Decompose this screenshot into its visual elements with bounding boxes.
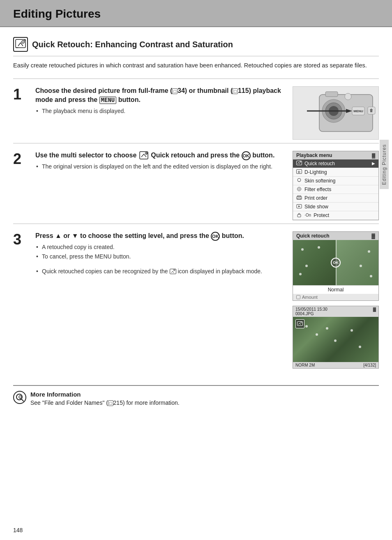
search-icon: Q <box>15 392 25 402</box>
menu-item-label: Slide show <box>304 204 328 210</box>
step-1-content: Choose the desired picture from full-fra… <box>35 86 285 140</box>
playback-filename: 0004.JPG <box>295 312 314 316</box>
battery-icon: ▓ <box>372 153 375 158</box>
menu-item-icon <box>296 161 303 166</box>
svg-rect-30 <box>297 295 300 299</box>
step-2: 2 Use the multi selector to choose Quick… <box>13 143 379 224</box>
d-lighting-icon-svg: D <box>296 169 302 174</box>
more-info-content: More Information See "File and Folder Na… <box>30 391 180 406</box>
d-lighting-icon: D <box>296 169 303 175</box>
slideshow-icon-svg <box>296 204 302 209</box>
camera-diagram-svg: MENU 🗑 <box>295 88 377 138</box>
protect-icon-svg <box>296 212 302 217</box>
flower-dot <box>326 327 328 330</box>
step-3-number: 3 <box>13 231 28 369</box>
flower-dot <box>368 250 370 253</box>
step-2-content: Use the multi selector to choose Quick r… <box>35 151 285 220</box>
svg-rect-27 <box>297 215 301 217</box>
quick-retouch-icon-small <box>296 161 302 166</box>
flower-dot <box>301 248 304 251</box>
step-3: 3 Press ▲ or ▼ to choose the setting lev… <box>13 224 379 372</box>
ok-overlay: OK <box>331 258 341 268</box>
section-title-text: Quick Retouch: Enhancing Contrast and Sa… <box>32 40 233 49</box>
playback-norm-label: NORM 2M <box>295 363 315 367</box>
svg-text:MENU: MENU <box>353 109 363 113</box>
flower-dot <box>305 265 308 267</box>
step-3-extra-bullet: Quick retouched copies can be recognized… <box>35 268 285 276</box>
more-info-box: Q More Information See "File and Folder … <box>13 385 379 406</box>
step-1-number: 1 <box>13 86 28 140</box>
flower-dot <box>360 265 362 267</box>
quick-retouch-normal-label: Normal <box>293 285 378 294</box>
menu-item-label: Print order <box>304 195 327 201</box>
print-icon <box>296 195 303 201</box>
playback-menu-items: Quick retouch ▶ D D-Lighting <box>293 159 378 220</box>
menu-item-label: Protect <box>314 212 329 218</box>
flower-dot <box>318 246 320 249</box>
playback-battery-icon: ▓ <box>373 307 376 316</box>
filter-icon <box>296 187 303 192</box>
menu-item-label: Quick retouch <box>304 161 335 166</box>
playback-menu: Playback menu ▓ <box>293 151 379 220</box>
svg-text:D: D <box>298 170 300 174</box>
flower-dot <box>350 329 353 332</box>
amount-label: Amount <box>302 295 318 300</box>
playback-overlay-icon <box>295 319 304 328</box>
flower-dot <box>334 339 337 342</box>
step-1-bullet-1: The playback menu is displayed. <box>35 107 285 115</box>
step-3-content: Press ▲ or ▼ to choose the setting level… <box>35 231 285 369</box>
menu-item-slide-show: Slide show <box>293 203 378 211</box>
step-3-title: Press ▲ or ▼ to choose the setting level… <box>35 231 285 241</box>
quick-retouch-titlebar: Quick retouch ▓ <box>293 232 378 240</box>
step-1-image: MENU 🗑 <box>293 86 379 140</box>
protect-icon <box>296 212 303 218</box>
svg-rect-6 <box>325 92 338 97</box>
menu-item-skin-softening: Skin softening <box>293 177 378 185</box>
menu-item-print-order: Print order <box>293 194 378 203</box>
menu-item-label: Filter effects <box>304 187 331 192</box>
section-title: Quick Retouch: Enhancing Contrast and Sa… <box>13 37 379 56</box>
menu-item-label: D-Lighting <box>304 169 327 175</box>
quick-retouch-battery: ▓ <box>371 233 375 239</box>
step-3-extra-bullets: Quick retouched copies can be recognized… <box>35 268 285 276</box>
quick-retouch-title-text: Quick retouch <box>296 233 330 239</box>
step-1: 1 Choose the desired picture from full-f… <box>13 78 379 143</box>
playback-quick-retouch-icon <box>297 321 303 326</box>
amount-icon <box>296 295 300 299</box>
skin-softening-icon <box>296 178 303 184</box>
page-title: Editing Pictures <box>13 7 379 21</box>
page-number: 148 <box>13 527 23 533</box>
skin-icon-svg <box>296 178 302 183</box>
svg-text:🗑: 🗑 <box>369 108 374 113</box>
main-content: Quick Retouch: Enhancing Contrast and Sa… <box>0 27 392 416</box>
preview-right-panel <box>336 240 378 285</box>
playback-img-header: 15/05/2011 15:30 0004.JPG ▓ <box>293 306 378 317</box>
on-label: ·On <box>304 213 311 217</box>
menu-item-d-lighting: D D-Lighting <box>293 168 378 177</box>
quick-retouch-icon <box>13 37 28 52</box>
more-info-icon: Q <box>13 391 26 404</box>
quick-retouch-preview-box: Quick retouch ▓ OK Norma <box>293 231 379 301</box>
svg-point-11 <box>345 93 351 100</box>
playback-image-preview <box>293 317 378 362</box>
step-2-number: 2 <box>13 151 28 220</box>
step-3-bullets: A retouched copy is created. To cancel, … <box>35 243 285 261</box>
step-2-image: Playback menu ▓ <box>293 151 379 220</box>
step-2-title: Use the multi selector to choose Quick r… <box>35 151 285 160</box>
preview-left-panel <box>293 240 336 285</box>
page-header: Editing Pictures <box>0 0 392 27</box>
playback-image-box: 15/05/2011 15:30 0004.JPG ▓ <box>293 306 379 369</box>
menu-item-protect: ·On Protect <box>293 211 378 220</box>
playback-datetime: 15/05/2011 15:30 0004.JPG <box>295 307 327 316</box>
filter-icon-svg <box>296 187 302 192</box>
svg-text:Q: Q <box>18 395 22 399</box>
svg-marker-26 <box>298 205 300 207</box>
flower-dot <box>359 346 361 348</box>
section-description: Easily create retouched pictures in whic… <box>13 61 379 70</box>
step-1-title: Choose the desired picture from full-fra… <box>35 86 285 105</box>
step-3-bullet-1: A retouched copy is created. <box>35 243 285 252</box>
flower-dot <box>370 275 372 277</box>
quick-retouch-preview-image: OK <box>293 240 378 285</box>
svg-point-32 <box>301 322 302 323</box>
quick-retouch-amount: Amount <box>293 294 378 300</box>
